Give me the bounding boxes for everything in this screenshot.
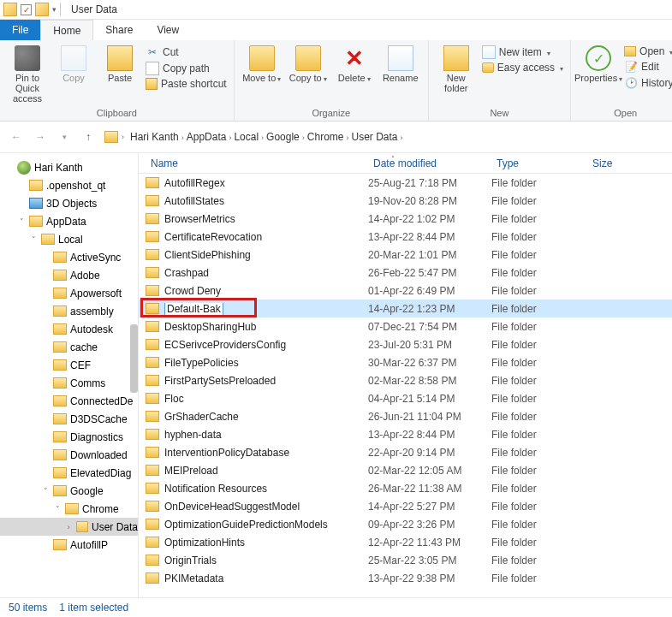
breadcrumb-item[interactable]: User Data [348,129,400,145]
tree-node[interactable]: ˅Google [0,482,138,500]
cut-button[interactable]: ✂Cut [146,45,227,59]
file-row[interactable]: Crowd Deny01-Apr-22 6:49 PMFile folder [139,282,672,300]
tab-file[interactable]: File [0,20,40,40]
breadcrumb-item[interactable]: Google [264,129,302,145]
file-row[interactable]: OnDeviceHeadSuggestModel14-Apr-22 5:27 P… [139,497,672,515]
file-list: ˄ Name Date modified Type Size AutofillR… [139,153,672,597]
chevron-right-icon[interactable]: › [401,133,403,142]
breadcrumb-item[interactable]: Local [231,129,261,145]
tree-node[interactable]: ElevatedDiag [0,464,138,482]
file-row[interactable]: FileTypePolicies30-Mar-22 6:37 PMFile fo… [139,353,672,371]
tree-node[interactable]: ConnectedDe [0,392,138,410]
new-item-button[interactable]: New item [482,45,563,59]
tree-node[interactable]: ˅Chrome [0,500,138,518]
tree-node[interactable]: Hari Kanth [0,158,138,176]
tree-node[interactable]: ˅AppData [0,212,138,230]
tree-node[interactable]: Autodesk [0,320,138,338]
move-to-button[interactable]: Move to [241,45,282,84]
new-folder-button[interactable]: New folder [436,45,477,93]
breadcrumb-item[interactable]: Chrome [305,129,347,145]
file-row[interactable]: AutofillRegex25-Aug-21 7:18 PMFile folde… [139,174,672,192]
file-row[interactable]: AutofillStates19-Nov-20 8:28 PMFile fold… [139,192,672,210]
file-name: hyphen-data [164,429,368,441]
col-size[interactable]: Size [587,157,639,169]
tree-scrollbar[interactable] [130,324,138,393]
nav-up-button[interactable]: ↑ [80,129,96,145]
tree-node[interactable]: Comms [0,374,138,392]
qat-dropdown-icon[interactable]: ▾ [52,5,56,14]
tree-node[interactable]: Diagnostics [0,428,138,446]
history-button[interactable]: 🕑History [624,76,672,90]
file-row[interactable]: OriginTrials25-Mar-22 3:05 PMFile folder [139,551,672,569]
file-row[interactable]: BrowserMetrics14-Apr-22 1:02 PMFile fold… [139,210,672,228]
nav-back-button[interactable]: ← [9,129,24,145]
pin-quick-access-button[interactable]: Pin to Quick access [7,45,48,104]
tree-node[interactable]: D3DSCache [0,410,138,428]
file-row[interactable]: InterventionPolicyDatabase22-Apr-20 9:14… [139,443,672,461]
column-headers[interactable]: ˄ Name Date modified Type Size [139,153,672,174]
breadcrumb-item[interactable]: AppData [184,129,229,145]
tree-node[interactable]: Downloaded [0,446,138,464]
edit-button[interactable]: 📝Edit [624,60,672,74]
tree-node[interactable]: .openshot_qt [0,176,138,194]
file-row[interactable]: MEIPreload02-Mar-22 12:05 AMFile folder [139,461,672,479]
paste-button[interactable]: Paste [99,45,140,83]
properties-button[interactable]: ✓ Properties [578,45,619,84]
rename-input[interactable]: Default-Bak [164,303,223,315]
tree-node[interactable]: ˅Local [0,230,138,248]
file-type: File folder [491,465,587,477]
file-row[interactable]: Notification Resources26-Mar-22 11:38 AM… [139,479,672,497]
file-row[interactable]: DesktopSharingHub07-Dec-21 7:54 PMFile f… [139,317,672,335]
col-type[interactable]: Type [491,157,587,169]
address-folder-icon [104,131,118,143]
tree-node[interactable]: assembly [0,302,138,320]
file-row[interactable]: Crashpad26-Feb-22 5:47 PMFile folder [139,264,672,282]
chevron-down-icon[interactable]: ˅ [17,217,26,226]
paste-shortcut-button[interactable]: Paste shortcut [146,78,227,90]
tree-node[interactable]: Apowersoft [0,284,138,302]
qat-checkbox[interactable]: ✓ [21,4,32,15]
breadcrumb-item[interactable]: Hari Kanth [128,129,181,145]
qat-folder-icon[interactable] [35,3,49,16]
tab-home[interactable]: Home [40,20,93,40]
tree-node[interactable]: 3D Objects [0,194,138,212]
open-button[interactable]: Open [624,45,672,57]
tree-node[interactable]: CEF [0,356,138,374]
file-row[interactable]: GrShaderCache26-Jun-21 11:04 PMFile fold… [139,407,672,425]
tree-node[interactable]: Adobe [0,266,138,284]
nav-tree[interactable]: Hari Kanth.openshot_qt3D Objects˅AppData… [0,153,139,597]
easy-access-icon [482,62,494,73]
file-row[interactable]: CertificateRevocation13-Apr-22 8:44 PMFi… [139,228,672,246]
file-row[interactable]: Floc04-Apr-21 5:14 PMFile folder [139,389,672,407]
easy-access-button[interactable]: Easy access [482,62,563,74]
file-row[interactable]: ClientSidePhishing20-Mar-22 1:01 PMFile … [139,246,672,264]
file-row[interactable]: hyphen-data13-Apr-22 8:44 PMFile folder [139,425,672,443]
nav-forward-button[interactable]: → [33,129,48,145]
col-date[interactable]: Date modified [368,157,491,169]
chevron-down-icon[interactable]: ˅ [53,505,62,513]
tree-node[interactable]: ActiveSync [0,248,138,266]
copy-button[interactable]: Copy [53,45,94,83]
tab-share[interactable]: Share [93,20,145,40]
tree-node[interactable]: ›User Data [0,518,138,536]
copy-path-button[interactable]: Copy path [146,62,227,75]
file-row[interactable]: OptimizationGuidePredictionModels09-Apr-… [139,515,672,533]
tree-node[interactable]: cache [0,338,138,356]
file-row[interactable]: Default-Bak14-Apr-22 1:23 PMFile folder [139,300,672,317]
tree-node[interactable]: AutofillP [0,536,138,554]
chevron-down-icon[interactable]: ˅ [29,235,38,244]
copy-to-button[interactable]: Copy to [288,45,329,84]
delete-button[interactable]: ✕ Delete [334,45,375,84]
folder-icon [146,357,159,368]
file-row[interactable]: FirstPartySetsPreloaded02-Mar-22 8:58 PM… [139,371,672,389]
chevron-down-icon[interactable]: ˅ [41,487,50,495]
chevron-right-icon[interactable]: › [65,523,73,531]
file-row[interactable]: OptimizationHints12-Apr-22 11:43 PMFile … [139,533,672,551]
col-name[interactable]: Name [146,157,368,169]
address-bar[interactable]: › Hari Kanth›AppData›Local›Google›Chrome… [104,131,663,143]
nav-recent-button[interactable]: ▾ [56,129,72,145]
rename-button[interactable]: Rename [380,45,421,83]
file-row[interactable]: ECSerivceProvidersConfig23-Jul-20 5:31 P… [139,335,672,353]
tab-view[interactable]: View [145,20,191,40]
file-row[interactable]: PKIMetadata13-Apr-22 9:38 PMFile folder [139,569,672,587]
